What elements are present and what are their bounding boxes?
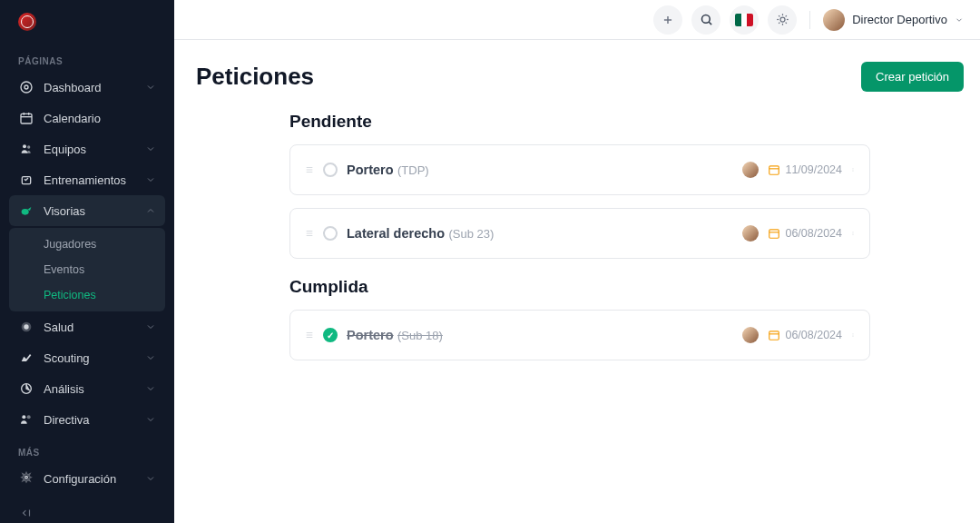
- drag-handle-icon[interactable]: [305, 227, 314, 240]
- svg-rect-39: [307, 233, 313, 234]
- svg-point-36: [853, 170, 854, 171]
- settings-icon: [18, 470, 34, 487]
- svg-rect-47: [307, 335, 313, 336]
- drag-handle-icon[interactable]: [305, 329, 314, 341]
- search-icon: [700, 13, 713, 26]
- scout-icon: [18, 350, 34, 366]
- svg-point-14: [27, 415, 31, 419]
- page-header: Peticiones Crear petición: [196, 62, 964, 92]
- svg-rect-30: [307, 167, 313, 168]
- create-request-button[interactable]: Crear petición: [861, 62, 964, 92]
- dashboard-icon: [18, 79, 34, 95]
- svg-point-44: [853, 233, 854, 234]
- request-date: 06/08/2024: [768, 329, 842, 341]
- svg-point-15: [25, 476, 28, 479]
- chevron-down-icon: [145, 174, 156, 185]
- request-date: 06/08/2024: [768, 227, 842, 240]
- request-category: (Sub 23): [448, 227, 494, 241]
- request-category: (TDP): [397, 163, 429, 177]
- nav-section-mas: MÁS: [9, 435, 165, 463]
- training-icon: [18, 172, 34, 188]
- assignee-avatar: [742, 327, 759, 343]
- sidebar-item-configuracion[interactable]: Configuración: [9, 463, 165, 494]
- plus-icon: [662, 14, 674, 26]
- request-card[interactable]: Portero (Sub 18) 06/08/2024: [289, 310, 870, 360]
- language-button[interactable]: [730, 5, 759, 35]
- request-more-button[interactable]: [851, 163, 855, 176]
- svg-rect-46: [307, 332, 313, 333]
- collapse-sidebar-button[interactable]: [0, 494, 174, 523]
- sidebar-item-equipos[interactable]: Equipos: [9, 133, 165, 164]
- svg-point-9: [22, 209, 29, 215]
- user-name-label: Director Deportivo: [852, 13, 947, 26]
- user-avatar: [823, 9, 845, 31]
- svg-line-29: [785, 15, 786, 16]
- club-logo[interactable]: [18, 13, 36, 31]
- svg-point-7: [27, 145, 30, 148]
- sidebar: PÁGINAS Dashboard Calendario Equipos: [0, 0, 174, 523]
- svg-point-37: [853, 171, 854, 172]
- team-icon: [18, 141, 34, 157]
- svg-line-24: [779, 15, 779, 16]
- request-more-button[interactable]: [851, 227, 855, 240]
- add-button[interactable]: [653, 5, 682, 35]
- chevron-up-icon: [145, 205, 156, 216]
- mexico-flag-icon: [735, 14, 753, 26]
- main-content: Director Deportivo Peticiones Crear peti…: [174, 0, 980, 523]
- request-title: Portero: [347, 163, 394, 177]
- user-menu[interactable]: Director Deportivo: [823, 9, 964, 31]
- chevron-down-icon: [145, 383, 156, 394]
- status-pending-icon[interactable]: [323, 226, 338, 241]
- assignee-avatar: [742, 162, 759, 178]
- drag-handle-icon[interactable]: [305, 163, 314, 176]
- svg-point-45: [853, 234, 854, 235]
- search-button[interactable]: [691, 5, 720, 35]
- sidebar-item-analisis[interactable]: Análisis: [9, 373, 165, 404]
- sidebar-item-calendario[interactable]: Calendario: [9, 103, 165, 133]
- svg-point-53: [853, 336, 854, 337]
- visorias-submenu: Jugadores Eventos Peticiones: [9, 228, 165, 311]
- request-category: (Sub 18): [397, 329, 443, 342]
- svg-rect-2: [21, 113, 32, 123]
- svg-point-21: [780, 17, 785, 22]
- sub-item-jugadores[interactable]: Jugadores: [9, 232, 165, 257]
- svg-rect-32: [307, 172, 313, 173]
- collapse-icon: [18, 507, 34, 519]
- sub-item-eventos[interactable]: Eventos: [9, 257, 165, 282]
- request-card[interactable]: Portero (TDP) 11/09/2024: [289, 144, 870, 195]
- sidebar-item-scouting[interactable]: Scouting: [9, 342, 165, 373]
- theme-button[interactable]: [768, 5, 797, 35]
- svg-rect-31: [307, 170, 313, 171]
- status-done-icon[interactable]: [323, 328, 338, 342]
- analysis-icon: [18, 380, 34, 397]
- sub-item-peticiones[interactable]: Peticiones: [9, 282, 165, 308]
- svg-rect-41: [769, 230, 779, 238]
- calendar-icon: [768, 329, 780, 341]
- logo-area: [0, 0, 174, 44]
- request-date: 11/09/2024: [768, 163, 842, 176]
- request-title: Lateral derecho: [347, 226, 445, 241]
- sidebar-item-salud[interactable]: Salud: [9, 311, 165, 342]
- section-completed-title: Cumplida: [289, 277, 870, 297]
- sidebar-item-directiva[interactable]: Directiva: [9, 404, 165, 435]
- svg-point-1: [24, 85, 28, 89]
- svg-point-51: [853, 334, 854, 335]
- nav-section-paginas: PÁGINAS: [9, 44, 165, 72]
- calendar-icon: [18, 110, 34, 126]
- request-card[interactable]: Lateral derecho (Sub 23) 06/08/2024: [289, 208, 870, 259]
- sidebar-item-entrenamientos[interactable]: Entrenamientos: [9, 164, 165, 195]
- calendar-icon: [768, 163, 780, 176]
- sun-icon: [776, 13, 789, 26]
- svg-point-43: [853, 232, 854, 233]
- svg-point-35: [853, 169, 854, 170]
- svg-point-6: [23, 144, 26, 148]
- board-icon: [18, 411, 34, 428]
- chevron-down-icon: [145, 321, 156, 332]
- sidebar-item-dashboard[interactable]: Dashboard: [9, 72, 165, 103]
- sidebar-item-visorias[interactable]: Visorias: [9, 195, 165, 226]
- chevron-down-icon: [145, 473, 156, 484]
- status-pending-icon[interactable]: [323, 163, 338, 177]
- svg-point-19: [701, 15, 710, 24]
- whistle-icon: [18, 202, 34, 219]
- request-more-button[interactable]: [851, 329, 855, 341]
